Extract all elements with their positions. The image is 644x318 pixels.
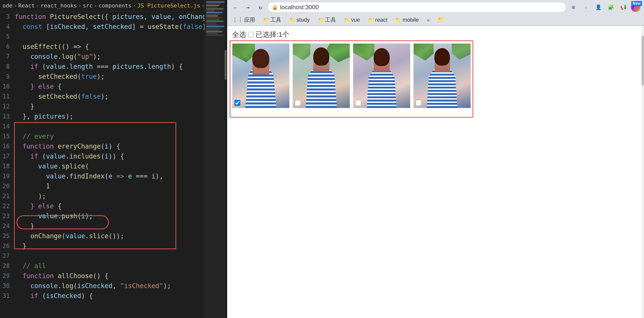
bookmark-study[interactable]: 📁 study [287, 16, 312, 24]
code-line-19: 19 value.findIndex(e => e === i), [0, 171, 204, 181]
bookmark-study-label: study [296, 17, 310, 23]
bookmark-tools2-label: 工具 [325, 16, 336, 24]
code-line-15: 15 // every [0, 131, 204, 141]
breadcrumb-part: components [98, 1, 131, 10]
folder-icon: 📁 [368, 17, 374, 23]
image-placeholder-2 [293, 44, 350, 108]
profile-button[interactable]: 👤 [593, 2, 604, 12]
image-checkbox-1[interactable] [234, 100, 240, 106]
code-line-7: 7 console.log("up"); [0, 52, 204, 62]
code-line-8: 8 if (value.length === pictures.length) … [0, 62, 204, 72]
code-line-9: 9 setChecked(true); [0, 72, 204, 81]
folder-icon: 📁 [344, 17, 350, 23]
bookmark-tools1-label: 工具 [270, 16, 281, 24]
folder-icon: 📁 [263, 17, 269, 23]
bookmark-more[interactable]: » [425, 16, 432, 24]
breadcrumb: ode › React › react_hooks › src › compon… [0, 0, 204, 12]
selected-count-label: 已选择:1个 [256, 30, 289, 39]
apps-grid-icon: ⋮⋮ [232, 17, 243, 23]
code-line-27: 27 [0, 251, 204, 261]
reload-button[interactable]: ↻ [255, 2, 266, 12]
extension-button[interactable]: 🧩 [606, 2, 616, 12]
image-placeholder-1 [232, 44, 289, 108]
code-line-10: 10 } else { [0, 81, 204, 91]
bookmark-mobile-label: mobile [402, 17, 419, 23]
more-icon: » [427, 17, 430, 23]
code-line-16: 16 function ereryChange(i) { [0, 141, 204, 151]
code-line-31: 31 if (isChecked) { [0, 291, 204, 301]
breadcrumb-separator: › [36, 1, 39, 10]
code-line-18: 18 value.splice( [0, 161, 204, 171]
screen-share-button[interactable]: ⊞ [568, 2, 578, 12]
media-icon: 📢 [620, 4, 626, 10]
minimap-content [205, 0, 227, 37]
breadcrumb-separator: › [14, 1, 17, 10]
code-line-29: 29 function allChoose() { [0, 271, 204, 281]
back-button[interactable]: ← [230, 2, 241, 12]
code-line-30: 30 console.log(isChecked, "isChecked"); [0, 281, 204, 291]
image-checkbox-4[interactable] [416, 100, 422, 106]
reload-icon: ↻ [258, 4, 262, 10]
profile-icon: 👤 [595, 4, 602, 10]
select-all-label: 全选 [232, 30, 246, 39]
media-button[interactable]: 📢 [618, 2, 628, 12]
browser-toolbar: ← → ↻ 🔒 localhost:3000 ⊞ ☆ 👤 [227, 0, 644, 14]
sync-button[interactable]: A New [630, 2, 641, 12]
browser-scrollbar-thumb[interactable] [642, 36, 644, 86]
back-icon: ← [234, 4, 237, 10]
bookmark-tools1[interactable]: 📁 工具 [261, 15, 283, 24]
url-text: localhost:3000 [280, 4, 319, 11]
image-checkbox-2[interactable] [295, 100, 301, 106]
image-card-2 [292, 43, 350, 108]
breadcrumb-separator: › [133, 1, 136, 10]
code-line-3: 3 function PictureSelect({ pictures, val… [0, 12, 204, 22]
code-scrollbar-track[interactable] [225, 0, 227, 318]
bookmark-star-icon: ☆ [584, 4, 587, 10]
new-badge: New [631, 1, 642, 6]
code-line-6: 6 useEffect(() => { [0, 42, 204, 52]
code-line-26: 26 } [0, 241, 204, 251]
browser-scrollbar-track[interactable] [642, 26, 644, 318]
browser-chrome: ← → ↻ 🔒 localhost:3000 ⊞ ☆ 👤 [227, 0, 644, 26]
lock-icon: 🔒 [272, 4, 278, 10]
screen-share-icon: ⊞ [572, 4, 575, 10]
bookmark-vue[interactable]: 📁 vue [342, 16, 362, 24]
browser-panel: ← → ↻ 🔒 localhost:3000 ⊞ ☆ 👤 [227, 0, 644, 318]
bookmark-apps-label: 应用 [244, 16, 255, 24]
bookmark-react[interactable]: 📁 react [366, 16, 390, 24]
bookmark-apps[interactable]: ⋮⋮ 应用 [230, 15, 257, 24]
code-line-5: 5 [0, 32, 204, 42]
code-line-22: 22 } else { [0, 201, 204, 211]
code-line-13: 13 }, pictures); [0, 111, 204, 121]
images-row [232, 43, 471, 108]
code-line-28: 28 // all [0, 261, 204, 271]
bookmark-star-button[interactable]: ☆ [580, 2, 591, 12]
code-line-4: 4 const [isChecked, setChecked] = useSta… [0, 22, 204, 32]
bookmark-mobile[interactable]: 📁 mobile [394, 16, 421, 24]
code-line-12: 12 } [0, 101, 204, 111]
code-line-21: 21 ); [0, 191, 204, 201]
minimap [205, 0, 227, 318]
select-all-bar: 全选 已选择:1个 [232, 30, 639, 39]
select-all-checkbox[interactable] [248, 32, 254, 37]
code-area: 3 function PictureSelect({ pictures, val… [0, 12, 204, 301]
image-card-1 [232, 43, 290, 108]
forward-button[interactable]: → [242, 2, 253, 12]
code-scrollbar-thumb[interactable] [225, 50, 227, 80]
code-line-20: 20 1 [0, 181, 204, 191]
image-checkbox-3[interactable] [355, 100, 361, 106]
browser-content: 全选 已选择:1个 [227, 26, 644, 318]
bookmark-react-label: react [375, 17, 388, 23]
images-container [232, 43, 471, 108]
image-placeholder-4 [414, 44, 470, 108]
breadcrumb-part: src [82, 1, 92, 10]
address-bar[interactable]: 🔒 localhost:3000 [268, 2, 566, 12]
code-line-25: 25 onChange(value.slice()); [0, 231, 204, 241]
code-line-14: 14 [0, 121, 204, 131]
code-line-23: 23 value.push(i); [0, 211, 204, 221]
bookmark-tools2[interactable]: 📁 工具 [316, 15, 338, 24]
extension-icon: 🧩 [608, 4, 614, 10]
breadcrumb-part: React [18, 1, 35, 10]
breadcrumb-part: react_hooks [40, 1, 77, 10]
bookmark-last[interactable]: 📁 [436, 16, 446, 24]
